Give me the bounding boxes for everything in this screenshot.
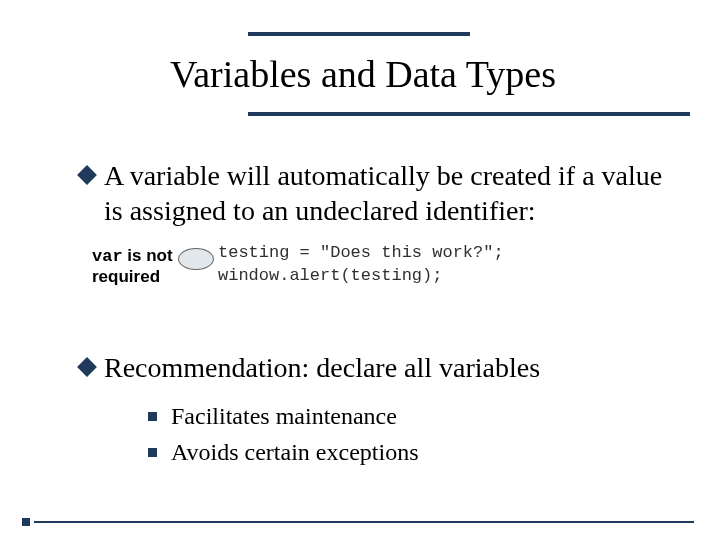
callout-rest1: is not [123, 246, 173, 265]
code-line-1: testing = "Does this work?"; [218, 243, 504, 262]
code-block: testing = "Does this work?"; window.aler… [218, 242, 504, 288]
square-icon [148, 448, 157, 457]
bullet-1-text: A variable will automatically be created… [104, 158, 664, 228]
bullet-1: A variable will automatically be created… [80, 158, 664, 228]
callout-oval-icon [178, 248, 214, 270]
bullet-2-text: Recommendation: declare all variables [104, 350, 540, 385]
slide: Variables and Data Types A variable will… [0, 0, 720, 540]
sub-item-1: Facilitates maintenance [148, 400, 418, 432]
diamond-icon [77, 357, 97, 377]
footer-square-icon [22, 518, 30, 526]
bullet-2: Recommendation: declare all variables [80, 350, 540, 385]
callout-text: var is not required [92, 246, 173, 286]
sub-item-2: Avoids certain exceptions [148, 436, 418, 468]
callout-mono: var [92, 247, 123, 266]
rule-under-title [248, 112, 690, 116]
diamond-icon [77, 165, 97, 185]
footer-rule [34, 521, 694, 523]
sub-item-1-text: Facilitates maintenance [171, 400, 397, 432]
slide-title: Variables and Data Types [170, 52, 556, 96]
square-icon [148, 412, 157, 421]
code-line-2: window.alert(testing); [218, 266, 442, 285]
callout-line2: required [92, 267, 160, 286]
rule-top [248, 32, 470, 36]
sub-item-2-text: Avoids certain exceptions [171, 436, 418, 468]
sub-list: Facilitates maintenance Avoids certain e… [148, 400, 418, 473]
